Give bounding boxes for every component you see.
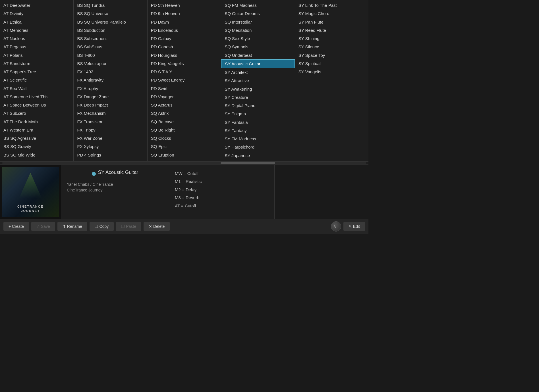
preset-item[interactable]: AT Pegasus (0, 43, 73, 51)
preset-item[interactable]: SY Link To The Past (295, 1, 368, 9)
preset-item[interactable]: AT Sapper's Tree (0, 68, 73, 76)
preset-item[interactable]: SY Architekt (221, 68, 295, 76)
preset-item[interactable]: PD Voyager (148, 93, 221, 101)
preset-item[interactable]: FX Xylopsy (74, 142, 147, 151)
preset-item[interactable]: AT Nucleus (0, 34, 73, 43)
volume-knob[interactable] (331, 221, 341, 232)
preset-item[interactable]: SQ Sex Style (221, 34, 295, 43)
preset-item[interactable]: BS SQ Mid Wide (0, 151, 73, 159)
preset-item[interactable]: BS SQ Gravity (0, 142, 73, 151)
preset-item[interactable]: AT Space Between Us (0, 101, 73, 109)
preset-item[interactable]: BS Subsequent (74, 34, 147, 43)
preset-item[interactable]: SY Digital Piano (221, 101, 295, 110)
preset-item[interactable]: AT SubZero (0, 109, 73, 117)
preset-item[interactable]: BS SQ Universo Parallelo (74, 18, 147, 26)
preset-item[interactable]: FX War Zone (74, 134, 147, 142)
preset-item[interactable]: SY Fantasia (221, 118, 295, 126)
paste-button[interactable]: ❐ Paste (116, 222, 141, 231)
preset-item[interactable]: PD Ganesh (148, 43, 221, 51)
preset-author: Yahel Chabs / CineTrance (67, 182, 163, 187)
preset-item[interactable]: SY Japanese (221, 151, 295, 160)
preset-item[interactable]: AT The Dark Moth (0, 118, 73, 126)
preset-item[interactable]: AT Memories (0, 26, 73, 34)
preset-item[interactable]: PD Galaxy (148, 34, 221, 43)
preset-item[interactable]: SY Reed Flute (295, 26, 368, 34)
preset-item[interactable]: BS T-800 (74, 51, 147, 59)
preset-item[interactable]: PD Enceladus (148, 26, 221, 34)
preset-item[interactable]: AT Western Era (0, 126, 73, 134)
preset-item[interactable]: AT Deepwater (0, 1, 73, 9)
preset-item[interactable]: FX Atrophy (74, 84, 147, 93)
preset-item[interactable]: SQ Underbeat (221, 51, 295, 59)
preset-item[interactable]: SY Magic Chord (295, 9, 368, 18)
preset-item[interactable]: SY Creature (221, 93, 295, 101)
preset-item[interactable]: SY Pan Flute (295, 18, 368, 26)
preset-item[interactable]: SY Attractive (221, 76, 295, 85)
preset-item[interactable]: PD 4 Strings (74, 151, 147, 159)
mod-line: AT = Cutoff (175, 202, 269, 210)
preset-item[interactable]: SY Shining (295, 34, 368, 43)
preset-item[interactable]: SQ FM Madness (221, 1, 295, 9)
preset-item[interactable]: FX Transistor (74, 118, 147, 126)
preset-item[interactable]: SQ Be Right (148, 126, 221, 134)
preset-item[interactable]: SY Acoustic Guitar (221, 59, 295, 68)
preset-item[interactable]: PD S.T.A.Y (148, 68, 221, 76)
copy-button[interactable]: ❐ Copy (90, 222, 114, 231)
preset-item[interactable]: FX Deep Impact (74, 101, 147, 109)
preset-item[interactable]: BS SubSinus (74, 43, 147, 51)
preset-item[interactable]: SY Spiritual (295, 59, 368, 68)
preset-item[interactable]: SQ Batcave (148, 118, 221, 126)
preset-item[interactable]: SY Vangelis (295, 68, 368, 76)
preset-name-display: SY Acoustic Guitar (98, 170, 138, 175)
preset-item[interactable]: AT Sea Wall (0, 84, 73, 93)
preset-item[interactable]: SQ Eruption (148, 151, 221, 159)
preset-column-3: PD 5th HeavenPD 9th HeavenPD DawnPD Ence… (148, 0, 221, 161)
preset-item[interactable]: AT Someone Lived This (0, 93, 73, 101)
edit-button[interactable]: ✎ Edit (343, 222, 365, 231)
preset-item[interactable]: PD Swirl (148, 84, 221, 93)
preset-item[interactable]: AT Scientific (0, 76, 73, 84)
preset-item[interactable]: FX Trippy (74, 126, 147, 134)
preset-item[interactable]: SY Harpsichord (221, 143, 295, 151)
preset-item[interactable]: BS Velociraptor (74, 59, 147, 68)
preset-item[interactable]: FX Mechanism (74, 109, 147, 117)
preset-item[interactable]: FX 1492 (74, 68, 147, 76)
create-button[interactable]: + Create (3, 222, 29, 231)
preset-item[interactable]: SQ Meditation (221, 26, 295, 34)
rename-button[interactable]: ⬆ Rename (57, 222, 87, 231)
preset-item[interactable]: PD 9th Heaven (148, 9, 221, 18)
save-button[interactable]: ✓ Save (31, 222, 55, 231)
preset-item[interactable]: SY Awakening (221, 85, 295, 93)
preset-item[interactable]: PD 5th Heaven (148, 1, 221, 9)
preset-item[interactable]: BS Subduction (74, 26, 147, 34)
delete-button[interactable]: ✕ Delete (144, 222, 170, 231)
preset-item[interactable]: SQ Clocks (148, 134, 221, 142)
preset-item[interactable]: AT Polaris (0, 51, 73, 59)
preset-item[interactable]: SY Fantasy (221, 126, 295, 135)
preset-item[interactable]: AT Sandstorm (0, 59, 73, 68)
preset-item[interactable]: FX Danger Zone (74, 93, 147, 101)
preset-item[interactable]: PD Dawn (148, 18, 221, 26)
scrollbar-area[interactable] (0, 161, 368, 165)
preset-item[interactable]: PD King Vangelis (148, 59, 221, 68)
preset-item[interactable]: SY Enigma (221, 110, 295, 118)
modulation-info: MW = CutoffM1 = RealisticM2 = DelayM3 = … (169, 165, 275, 219)
preset-item[interactable]: PD Sweet Energy (148, 76, 221, 84)
preset-item[interactable]: SY Silence (295, 43, 368, 51)
preset-item[interactable]: SY Space Toy (295, 51, 368, 59)
preset-item[interactable]: SQ Guitar Dreams (221, 9, 295, 18)
preset-item[interactable]: SQ Actarus (148, 101, 221, 109)
preset-item[interactable]: BS SQ Tundra (74, 1, 147, 9)
preset-item[interactable]: SQ Interstellar (221, 18, 295, 26)
preset-item[interactable]: SY FM Madness (221, 135, 295, 143)
preset-item[interactable]: SQ Epic (148, 142, 221, 151)
preset-item[interactable]: SQ Symbols (221, 43, 295, 51)
preset-item[interactable]: AT Divinity (0, 9, 73, 18)
preset-item[interactable]: AT Etnica (0, 18, 73, 26)
album-line2: JOURNEY (17, 209, 43, 213)
preset-item[interactable]: BS SQ Universo (74, 9, 147, 18)
preset-item[interactable]: BS SQ Agressive (0, 134, 73, 142)
preset-item[interactable]: SQ Astrix (148, 109, 221, 117)
preset-item[interactable]: PD Hourglass (148, 51, 221, 59)
preset-item[interactable]: FX Antigravity (74, 76, 147, 84)
